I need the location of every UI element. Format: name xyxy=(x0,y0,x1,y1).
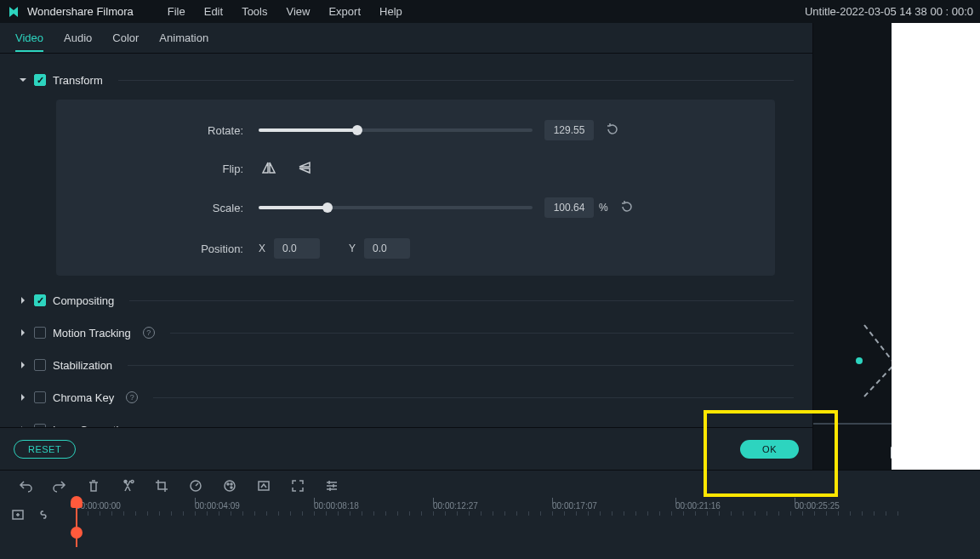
tab-color[interactable]: Color xyxy=(112,31,139,51)
section-chroma-key-header[interactable]: Chroma Key ? xyxy=(19,381,794,414)
pos-x-input[interactable]: 0.0 xyxy=(274,238,320,259)
section-stabilization: Stabilization xyxy=(0,349,812,381)
ok-button[interactable]: OK xyxy=(740,440,799,459)
svg-point-4 xyxy=(231,487,232,488)
section-chroma-key-title: Chroma Key xyxy=(53,391,114,404)
reset-button[interactable]: RESET xyxy=(14,440,76,459)
link-icon[interactable] xyxy=(37,509,49,521)
pos-y-input[interactable]: 0.0 xyxy=(364,238,410,259)
section-transform-header[interactable]: Transform xyxy=(19,64,794,96)
time-tick: 00:00:21:16 xyxy=(675,501,721,511)
menu-tools[interactable]: Tools xyxy=(242,5,267,18)
svg-point-2 xyxy=(227,483,229,485)
svg-point-1 xyxy=(225,481,235,491)
section-compositing-header[interactable]: Compositing xyxy=(19,284,794,317)
rotate-reset-icon[interactable] xyxy=(606,123,619,139)
rotate-value[interactable]: 129.55 xyxy=(544,120,594,140)
menu-export[interactable]: Export xyxy=(328,5,361,18)
section-transform: Transform Rotate: 129.55 xyxy=(0,64,812,276)
app-name: Wondershare Filmora xyxy=(27,5,134,18)
speed-icon[interactable] xyxy=(189,479,202,493)
tab-animation[interactable]: Animation xyxy=(159,31,208,51)
help-icon[interactable]: ? xyxy=(126,391,138,403)
flip-vertical-icon[interactable] xyxy=(298,161,315,177)
timeline-toolbar xyxy=(0,471,980,501)
crop-icon[interactable] xyxy=(155,479,168,493)
tab-audio[interactable]: Audio xyxy=(64,31,92,51)
transform-checkbox[interactable] xyxy=(34,74,46,86)
chroma-key-checkbox[interactable] xyxy=(34,391,46,403)
scale-unit: % xyxy=(599,202,608,214)
position-label: Position: xyxy=(80,242,259,255)
app-logo-icon xyxy=(7,5,20,19)
flip-label: Flip: xyxy=(80,163,259,175)
section-motion-tracking: Motion Tracking ? xyxy=(0,317,812,349)
scale-value[interactable]: 100.64 xyxy=(544,197,594,218)
anchor-point-icon[interactable] xyxy=(856,357,863,364)
time-tick: 00:00:12:27 xyxy=(433,501,478,511)
time-tick: 00:00:25:25 xyxy=(795,501,840,511)
section-lens-correction-header[interactable]: Lens Correction xyxy=(19,414,794,427)
rotate-label: Rotate: xyxy=(80,124,259,137)
white-strip xyxy=(892,23,980,470)
section-compositing: Compositing xyxy=(0,284,812,317)
scale-slider[interactable] xyxy=(259,202,533,214)
caret-right-icon xyxy=(19,296,27,305)
redo-icon[interactable] xyxy=(53,479,66,493)
track-area[interactable] xyxy=(0,528,980,559)
split-icon[interactable] xyxy=(121,479,134,493)
panel-footer: RESET OK xyxy=(0,427,812,470)
undo-icon[interactable] xyxy=(19,479,32,493)
section-compositing-title: Compositing xyxy=(53,294,114,307)
properties-panel: Video Audio Color Animation Transform Ro… xyxy=(0,23,813,470)
fullscreen-icon[interactable] xyxy=(291,479,305,493)
section-chroma-key: Chroma Key ? xyxy=(0,381,812,414)
section-motion-tracking-title: Motion Tracking xyxy=(53,327,131,339)
svg-point-3 xyxy=(231,483,232,485)
menu-view[interactable]: View xyxy=(286,5,310,18)
svg-rect-5 xyxy=(259,482,269,490)
section-stabilization-title: Stabilization xyxy=(53,359,112,372)
rotate-slider[interactable] xyxy=(259,124,533,136)
caret-right-icon xyxy=(19,393,27,402)
transform-body: Rotate: 129.55 Flip: xyxy=(56,100,775,276)
section-lens-correction: Lens Correction xyxy=(0,414,812,427)
time-tick: 00:00:08:18 xyxy=(314,501,359,511)
time-tick: 00:00:17:07 xyxy=(552,501,597,511)
color-icon[interactable] xyxy=(223,479,236,493)
titlebar: Wondershare Filmora File Edit Tools View… xyxy=(0,0,980,23)
pos-y-label: Y xyxy=(349,242,356,254)
menu-edit[interactable]: Edit xyxy=(204,5,223,18)
flip-horizontal-icon[interactable] xyxy=(260,161,277,177)
playhead[interactable] xyxy=(76,498,77,547)
help-icon[interactable]: ? xyxy=(143,327,155,339)
tab-video[interactable]: Video xyxy=(15,31,43,51)
pos-x-label: X xyxy=(259,242,265,254)
green-screen-icon[interactable] xyxy=(257,479,271,493)
caret-down-icon xyxy=(19,76,27,84)
caret-right-icon xyxy=(19,328,27,337)
time-tick: 00:00:04:09 xyxy=(195,501,240,511)
settings-icon[interactable] xyxy=(325,479,339,493)
menu-help[interactable]: Help xyxy=(379,5,402,18)
ruler[interactable]: 00:00:00:00 00:00:04:09 00:00:08:18 00:0… xyxy=(71,501,980,528)
delete-icon[interactable] xyxy=(87,479,100,493)
stabilization-checkbox[interactable] xyxy=(34,359,46,371)
scale-label: Scale: xyxy=(80,202,259,214)
menu-bar: File Edit Tools View Export Help xyxy=(168,5,402,18)
timeline-ruler: 00:00:00:00 00:00:04:09 00:00:08:18 00:0… xyxy=(0,501,980,528)
section-stabilization-header[interactable]: Stabilization xyxy=(19,349,794,381)
property-tabs: Video Audio Color Animation xyxy=(0,23,812,54)
add-track-icon[interactable] xyxy=(12,509,24,521)
section-transform-title: Transform xyxy=(53,74,103,87)
menu-file[interactable]: File xyxy=(168,5,185,18)
section-motion-tracking-header[interactable]: Motion Tracking ? xyxy=(19,317,794,349)
project-title: Untitle-2022-03-05 14 38 00 : 00:0 xyxy=(805,5,973,18)
motion-tracking-checkbox[interactable] xyxy=(34,327,46,339)
scale-reset-icon[interactable] xyxy=(620,200,634,216)
timeline-panel: 00:00:00:00 00:00:04:09 00:00:08:18 00:0… xyxy=(0,470,980,559)
compositing-checkbox[interactable] xyxy=(34,294,46,306)
caret-right-icon xyxy=(19,361,27,369)
